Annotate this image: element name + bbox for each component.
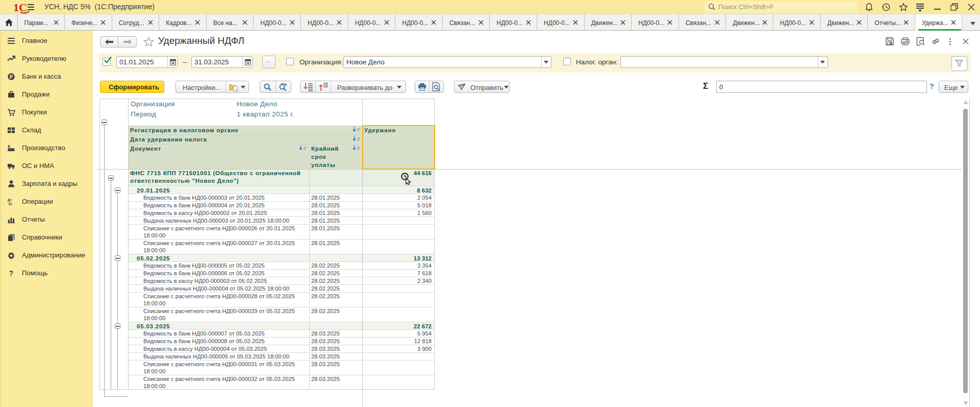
svg-text:Р: Р <box>10 74 13 80</box>
svg-text:Кт: Кт <box>9 202 12 206</box>
svg-text:1С: 1С <box>13 2 27 14</box>
svg-text:?: ? <box>9 269 14 277</box>
